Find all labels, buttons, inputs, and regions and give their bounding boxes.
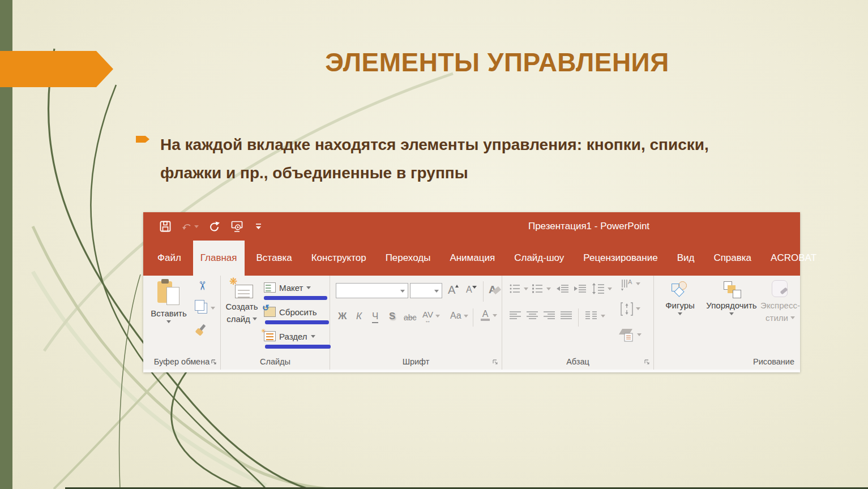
tab-slideshow[interactable]: Слайд-шоу	[507, 241, 571, 276]
bullet-marker-icon	[136, 135, 149, 144]
paragraph-dialog-launcher-icon[interactable]	[644, 359, 651, 366]
bullets-button[interactable]	[509, 284, 521, 294]
bullet-text: На каждой вкладке находятся элементы упр…	[160, 131, 709, 187]
layout-button[interactable]: Макет	[264, 280, 311, 295]
increase-font-size-button[interactable]: A	[448, 284, 459, 297]
tab-design[interactable]: Конструктор	[304, 241, 374, 276]
undo-icon[interactable]	[181, 221, 193, 232]
copy-icon	[198, 303, 207, 314]
numbering-dropdown-icon[interactable]	[546, 288, 551, 290]
bullet-line-1: На каждой вкладке находятся элементы упр…	[160, 131, 709, 159]
font-name-combobox[interactable]	[336, 283, 408, 298]
annotation-underline-reset	[265, 320, 329, 324]
convert-smartart-button[interactable]	[619, 328, 635, 342]
reset-icon	[264, 307, 276, 317]
clipboard-dialog-launcher-icon[interactable]	[211, 359, 217, 366]
section-icon	[264, 331, 276, 341]
save-icon[interactable]	[159, 220, 172, 233]
text-direction-dropdown-icon[interactable]	[636, 282, 640, 285]
layout-dropdown-icon	[306, 286, 311, 289]
shapes-button[interactable]: Фигуры	[659, 281, 702, 315]
arrange-button[interactable]: Упорядочить	[702, 281, 762, 315]
layout-icon	[264, 282, 276, 293]
convert-smartart-dropdown-icon[interactable]	[637, 333, 642, 336]
copy-button[interactable]	[198, 303, 215, 314]
text-shadow-button[interactable]: S	[389, 311, 395, 322]
increase-indent-button[interactable]	[574, 284, 587, 294]
ribbon-body: Вставить Буфер обмена	[143, 276, 800, 370]
powerpoint-ribbon-screenshot: Презентация1 - PowerPoint Файл Главная В…	[143, 212, 800, 372]
align-text-dropdown-icon[interactable]	[636, 307, 640, 310]
group-drawing: Фигуры Упорядочить Экспресс- стили	[654, 276, 800, 370]
paste-dropdown-icon	[166, 320, 171, 323]
title-bar: Презентация1 - PowerPoint	[143, 212, 800, 241]
quick-styles-dropdown-icon	[790, 316, 795, 319]
bullet-block: На каждой вкладке находятся элементы упр…	[136, 131, 804, 187]
tab-insert[interactable]: Вставка	[249, 241, 300, 276]
new-slide-button[interactable]: ❋ Создать слайд	[223, 280, 260, 324]
clipboard-icon	[156, 279, 181, 306]
line-spacing-button[interactable]	[592, 282, 605, 295]
tab-file[interactable]: Файл	[150, 241, 189, 276]
format-painter-icon[interactable]	[195, 324, 207, 336]
align-text-button[interactable]	[620, 302, 634, 316]
group-label-paragraph: Абзац	[502, 354, 653, 370]
group-clipboard: Вставить Буфер обмена	[143, 276, 221, 370]
group-paragraph: A	[502, 276, 654, 370]
undo-dropdown-icon[interactable]	[194, 225, 199, 228]
line-spacing-dropdown-icon[interactable]	[608, 288, 612, 290]
group-slides: ❋ Создать слайд Макет Сбросить	[221, 276, 330, 370]
start-slideshow-icon[interactable]	[230, 220, 244, 233]
quick-styles-button[interactable]: Экспресс- стили	[762, 280, 799, 323]
decrease-indent-button[interactable]	[556, 284, 570, 294]
bold-button[interactable]: Ж	[338, 311, 347, 322]
annotation-underline-section	[265, 345, 331, 349]
strikethrough-button[interactable]: abc	[404, 313, 417, 322]
svg-text:A: A	[628, 278, 632, 285]
clear-formatting-button[interactable]: A	[489, 284, 497, 296]
copy-dropdown-icon	[211, 307, 215, 310]
shapes-dropdown-icon	[678, 312, 682, 315]
font-size-combobox[interactable]	[410, 283, 442, 298]
character-spacing-button[interactable]: AV	[422, 310, 440, 324]
reset-button[interactable]: Сбросить	[264, 304, 317, 319]
columns-dropdown-icon[interactable]	[601, 315, 605, 318]
redo-icon[interactable]	[208, 220, 221, 233]
underline-button[interactable]: Ч	[372, 311, 378, 323]
paste-button[interactable]: Вставить	[148, 279, 190, 323]
group-font: A A A Ж К Ч S abc AV Aa	[330, 276, 502, 370]
tab-transitions[interactable]: Переходы	[378, 241, 438, 276]
tab-animations[interactable]: Анимация	[442, 241, 502, 276]
tab-acrobat[interactable]: ACROBAT	[763, 241, 824, 276]
font-dialog-launcher-icon[interactable]	[492, 359, 499, 366]
customize-qat-icon[interactable]	[254, 221, 263, 231]
annotation-underline-layout	[264, 296, 327, 300]
tab-help[interactable]: Справка	[706, 241, 759, 276]
align-left-button[interactable]	[509, 311, 521, 321]
text-direction-button[interactable]: A	[620, 278, 634, 291]
decrease-font-size-button[interactable]: A	[466, 285, 477, 295]
shapes-icon	[672, 281, 689, 298]
slide-area-edge	[143, 370, 800, 372]
cut-icon[interactable]	[197, 279, 207, 293]
change-case-button[interactable]: Aa	[450, 311, 468, 321]
title-arrow-decoration	[0, 51, 113, 87]
tab-review[interactable]: Рецензирование	[576, 241, 665, 276]
font-color-button[interactable]: А	[481, 310, 497, 321]
align-center-button[interactable]	[526, 311, 538, 321]
ribbon-tab-bar: Файл Главная Вставка Конструктор Переход…	[143, 241, 800, 276]
tab-view[interactable]: Вид	[670, 241, 702, 276]
numbering-button[interactable]	[532, 284, 544, 294]
tab-home[interactable]: Главная	[193, 241, 245, 276]
group-label-font: Шрифт	[330, 354, 502, 370]
group-label-drawing: Рисование	[654, 354, 800, 370]
bullets-dropdown-icon[interactable]	[524, 288, 528, 290]
italic-button[interactable]: К	[356, 311, 362, 322]
section-dropdown-icon	[311, 335, 315, 338]
section-button[interactable]: Раздел	[264, 329, 315, 344]
align-right-button[interactable]	[543, 311, 555, 321]
arrange-icon	[722, 281, 741, 298]
quick-access-toolbar	[159, 212, 263, 241]
columns-button[interactable]	[585, 311, 597, 321]
justify-button[interactable]	[560, 311, 572, 321]
